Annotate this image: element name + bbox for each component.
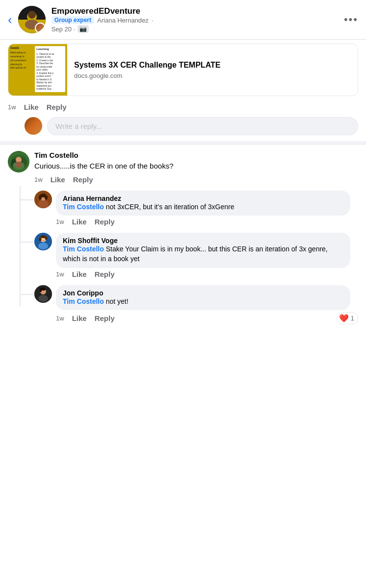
svg-point-28 (38, 295, 48, 302)
kim-reply-time: 1w (56, 270, 64, 278)
replies-section: Ariana Hernandez Tim Costello not 3xCER,… (34, 186, 358, 326)
header: ‹ EmpoweredEDventure Group expert Ariana… (0, 0, 366, 40)
page-name: EmpoweredEDventure (52, 6, 344, 16)
dot-separator: · (152, 17, 154, 24)
jon-reply-text: Tim Costello not yet! (63, 297, 343, 307)
kim-mention: Tim Costello (63, 245, 104, 253)
ariana-reply-text: Tim Costello not 3xCER, but it's an iter… (63, 202, 343, 212)
avatar (18, 6, 46, 33)
jon-reply-avatar (34, 285, 52, 303)
reaction-count: 1 (351, 315, 354, 322)
jon-reply-time: 1w (56, 315, 64, 322)
post-like-button[interactable]: Like (24, 103, 39, 111)
svg-point-18 (39, 195, 42, 200)
svg-point-14 (38, 200, 49, 208)
jon-reply-like[interactable]: Like (72, 314, 87, 322)
group-expert-badge: Group expert (52, 16, 94, 24)
svg-point-25 (45, 237, 48, 240)
heart-emoji: ❤️ (339, 314, 349, 323)
ariana-reply-bubble: Ariana Hernandez Tim Costello not 3xCER,… (56, 191, 350, 216)
reply-ariana: Ariana Hernandez Tim Costello not 3xCER,… (34, 186, 358, 216)
ariana-reply-avatar (34, 191, 52, 208)
kim-reply-reply[interactable]: Reply (95, 270, 115, 278)
tim-time: 1w (34, 176, 43, 183)
jon-reply-name: Jon Corippo (63, 289, 343, 297)
tim-action-row: 1w Like Reply (0, 172, 366, 186)
ariana-mention: Tim Costello (63, 203, 104, 211)
link-card-info: Systems 3X CER Challenge TEMPLATE docs.g… (67, 44, 358, 96)
tim-like-button[interactable]: Like (51, 175, 65, 184)
svg-point-11 (15, 162, 23, 168)
header-info: EmpoweredEDventure Group expert Ariana H… (52, 6, 344, 33)
jon-mention: Tim Costello (63, 297, 104, 305)
kim-reply-like[interactable]: Like (72, 270, 87, 278)
svg-point-3 (28, 11, 36, 19)
ariana-reply-like[interactable]: Like (72, 218, 87, 226)
section-divider (0, 141, 366, 145)
post-reply-button[interactable]: Reply (47, 103, 67, 111)
reply-kim: Kim Shoffit Voge Tim Costello Stake Your… (34, 228, 358, 268)
reply-jon: Jon Corippo Tim Costello not yet! (34, 280, 358, 311)
ariana-reply-reply[interactable]: Reply (95, 218, 115, 226)
tim-avatar (8, 151, 29, 172)
comment-tim: Tim Costello Curious.....is the CER in o… (0, 145, 366, 172)
link-card-title: Systems 3X CER Challenge TEMPLATE (74, 60, 351, 71)
ariana-reply-actions: 1w Like Reply (34, 216, 358, 228)
reply-input-row: Write a reply... (0, 113, 366, 141)
kim-reply-bubble: Kim Shoffit Voge Tim Costello Stake Your… (56, 233, 350, 268)
back-button[interactable]: ‹ (8, 12, 12, 27)
more-button[interactable]: ••• (344, 13, 358, 26)
tim-name: Tim Costello (34, 151, 78, 159)
author-small-avatar (35, 23, 46, 33)
post-action-row: 1w Like Reply (0, 100, 366, 113)
link-card-domain: docs.google.com (74, 72, 351, 79)
author-name: Ariana Hernandez (97, 17, 149, 24)
tim-comment-bubble: Tim Costello Curious.....is the CER in o… (34, 151, 358, 171)
kim-reply-actions: 1w Like Reply (34, 268, 358, 280)
post-time: 1w (8, 103, 16, 111)
reactions-badge: ❤️ 1 (337, 312, 358, 324)
jon-reply-reply[interactable]: Reply (95, 314, 115, 322)
bottom-space (0, 326, 366, 346)
link-card[interactable]: Goals llaborating in resenting in nd con… (8, 44, 358, 96)
tim-reply-button[interactable]: Reply (73, 175, 93, 184)
ariana-reply-time: 1w (56, 218, 64, 225)
kim-reply-avatar (34, 233, 52, 250)
tim-comment-text: Curious.....is the CER in one of the boo… (34, 161, 358, 171)
jon-reply-actions: 1w Like Reply ❤️ 1 (34, 310, 358, 326)
kim-reply-name: Kim Shoffit Voge (63, 237, 343, 245)
post-content: Goals llaborating in resenting in nd con… (0, 44, 366, 141)
kim-reply-text: Tim Costello Stake Your Claim is in my b… (63, 245, 343, 264)
reply-input[interactable]: Write a reply... (47, 117, 358, 135)
jon-reply-bubble: Jon Corippo Tim Costello not yet! (56, 285, 350, 311)
svg-point-31 (40, 288, 42, 292)
svg-point-17 (45, 195, 48, 200)
photo-icon: 📷 (78, 25, 89, 33)
svg-point-24 (39, 237, 42, 241)
ariana-reply-name: Ariana Hernandez (63, 195, 343, 202)
current-user-avatar (25, 117, 42, 135)
header-subtitle: Group expert Ariana Hernandez · (52, 16, 344, 24)
header-date: Sep 20 · 📷 (52, 25, 344, 33)
svg-point-21 (38, 243, 48, 249)
link-card-thumbnail: Goals llaborating in resenting in nd con… (8, 44, 67, 96)
